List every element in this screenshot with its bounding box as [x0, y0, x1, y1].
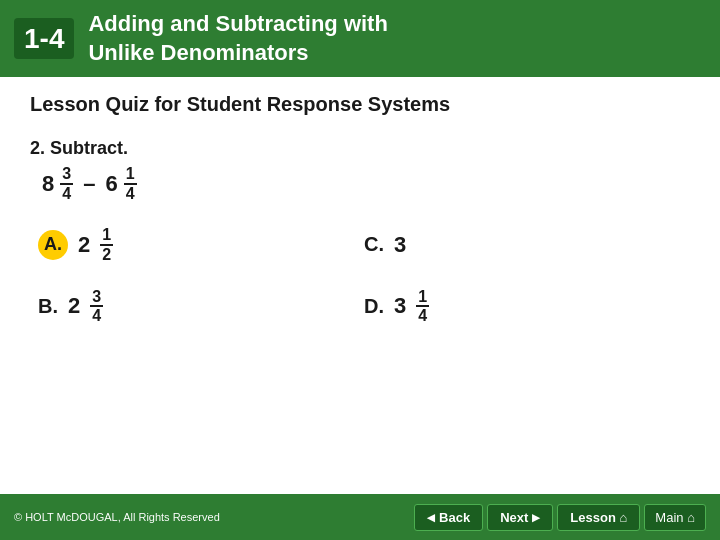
lesson-button[interactable]: Lesson ⌂ — [557, 504, 640, 531]
left-fraction: 3 4 — [60, 165, 73, 202]
operator: – — [83, 171, 95, 197]
lesson-badge: 1-4 — [14, 18, 74, 60]
next-arrow-icon: ▶ — [532, 512, 540, 523]
right-whole: 6 — [105, 171, 117, 197]
next-label: Next — [500, 510, 528, 525]
math-expression: 8 3 4 – 6 1 4 — [42, 165, 690, 202]
answer-b-fraction: 3 4 — [90, 288, 103, 325]
next-button[interactable]: Next ▶ — [487, 504, 553, 531]
answer-d[interactable]: D. 3 1 4 — [364, 288, 690, 325]
main-content: Lesson Quiz for Student Response Systems… — [0, 77, 720, 385]
answer-a-fraction: 1 2 — [100, 226, 113, 263]
page-footer: © HOLT McDOUGAL, All Rights Reserved ◀ B… — [0, 494, 720, 540]
back-button[interactable]: ◀ Back — [414, 504, 483, 531]
main-button[interactable]: Main ⌂ — [644, 504, 706, 531]
question-heading: 2. Subtract. — [30, 138, 690, 159]
answer-c[interactable]: C. 3 — [364, 226, 690, 263]
right-fraction: 1 4 — [124, 165, 137, 202]
section-title: Lesson Quiz for Student Response Systems — [30, 93, 690, 116]
answer-d-letter: D. — [364, 295, 384, 318]
main-house-icon: ⌂ — [687, 510, 695, 525]
answer-b[interactable]: B. 2 3 4 — [38, 288, 364, 325]
answer-c-value: 3 — [394, 232, 406, 258]
answer-d-fraction: 1 4 — [416, 288, 429, 325]
left-whole: 8 — [42, 171, 54, 197]
back-label: Back — [439, 510, 470, 525]
answer-a-letter: A. — [38, 230, 68, 260]
lesson-label: Lesson — [570, 510, 616, 525]
copyright-text: © HOLT McDOUGAL, All Rights Reserved — [14, 511, 220, 523]
answer-c-letter: C. — [364, 233, 384, 256]
answer-a-whole: 2 — [78, 232, 90, 258]
answer-b-whole: 2 — [68, 293, 80, 319]
lesson-house-icon: ⌂ — [619, 510, 627, 525]
back-arrow-icon: ◀ — [427, 512, 435, 523]
answers-grid: A. 2 1 2 C. 3 B. 2 3 4 D. 3 1 — [38, 226, 690, 324]
page-header: 1-4 Adding and Subtracting with Unlike D… — [0, 0, 720, 77]
answer-b-letter: B. — [38, 295, 58, 318]
main-label: Main — [655, 510, 683, 525]
page-title: Adding and Subtracting with Unlike Denom… — [88, 10, 387, 67]
answer-d-whole: 3 — [394, 293, 406, 319]
answer-a[interactable]: A. 2 1 2 — [38, 226, 364, 263]
footer-nav: ◀ Back Next ▶ Lesson ⌂ Main ⌂ — [414, 504, 706, 531]
